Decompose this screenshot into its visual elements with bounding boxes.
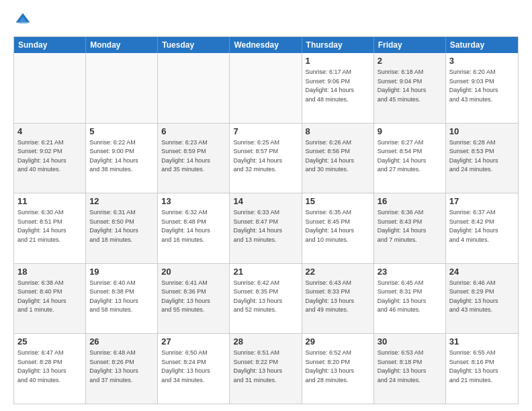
day-cell-18: 18Sunrise: 6:38 AMSunset: 8:40 PMDayligh… [14, 264, 86, 334]
day-info: Sunrise: 6:45 AMSunset: 8:31 PMDaylight:… [378, 279, 442, 315]
day-number: 8 [306, 126, 370, 136]
day-number: 13 [161, 196, 226, 206]
day-cell-8: 8Sunrise: 6:26 AMSunset: 8:56 PMDaylight… [302, 124, 374, 193]
day-info: Sunrise: 6:42 AMSunset: 8:35 PMDaylight:… [233, 279, 298, 315]
day-cell-22: 22Sunrise: 6:43 AMSunset: 8:33 PMDayligh… [302, 264, 374, 334]
day-info: Sunrise: 6:53 AMSunset: 8:18 PMDaylight:… [378, 349, 442, 385]
day-number: 26 [89, 336, 154, 347]
header-day-saturday: Saturday [446, 37, 518, 53]
empty-cell-0-2 [158, 53, 230, 123]
calendar-body: 1Sunrise: 6:17 AMSunset: 9:06 PMDaylight… [14, 53, 518, 404]
day-number: 12 [89, 196, 154, 206]
day-number: 22 [306, 267, 370, 277]
day-info: Sunrise: 6:36 AMSunset: 8:43 PMDaylight:… [378, 208, 442, 244]
day-cell-1: 1Sunrise: 6:17 AMSunset: 9:06 PMDaylight… [302, 53, 374, 123]
day-number: 4 [17, 126, 82, 136]
day-number: 27 [161, 336, 226, 347]
day-cell-12: 12Sunrise: 6:31 AMSunset: 8:50 PMDayligh… [86, 193, 158, 263]
day-cell-14: 14Sunrise: 6:33 AMSunset: 8:47 PMDayligh… [230, 193, 302, 263]
day-info: Sunrise: 6:46 AMSunset: 8:29 PMDaylight:… [449, 279, 515, 315]
day-cell-15: 15Sunrise: 6:35 AMSunset: 8:45 PMDayligh… [302, 193, 374, 263]
day-cell-29: 29Sunrise: 6:52 AMSunset: 8:20 PMDayligh… [302, 334, 374, 404]
day-cell-24: 24Sunrise: 6:46 AMSunset: 8:29 PMDayligh… [446, 264, 518, 334]
header-day-sunday: Sunday [14, 37, 86, 53]
day-cell-13: 13Sunrise: 6:32 AMSunset: 8:48 PMDayligh… [158, 193, 230, 263]
day-info: Sunrise: 6:51 AMSunset: 8:22 PMDaylight:… [233, 349, 298, 385]
day-cell-9: 9Sunrise: 6:27 AMSunset: 8:54 PMDaylight… [374, 124, 446, 193]
logo-icon [13, 11, 32, 30]
day-number: 19 [89, 267, 154, 277]
header-day-thursday: Thursday [302, 37, 374, 53]
day-number: 31 [449, 336, 515, 347]
day-number: 29 [306, 336, 370, 347]
day-info: Sunrise: 6:27 AMSunset: 8:54 PMDaylight:… [378, 138, 442, 175]
day-number: 30 [378, 336, 442, 347]
day-cell-2: 2Sunrise: 6:18 AMSunset: 9:04 PMDaylight… [374, 53, 446, 123]
day-number: 16 [378, 196, 442, 206]
day-info: Sunrise: 6:20 AMSunset: 9:03 PMDaylight:… [449, 68, 515, 104]
day-info: Sunrise: 6:55 AMSunset: 8:16 PMDaylight:… [449, 349, 515, 385]
day-number: 5 [89, 126, 154, 136]
day-number: 10 [449, 126, 515, 136]
week-row-4: 18Sunrise: 6:38 AMSunset: 8:40 PMDayligh… [14, 263, 518, 334]
week-row-3: 11Sunrise: 6:30 AMSunset: 8:51 PMDayligh… [14, 193, 518, 263]
day-number: 18 [17, 267, 82, 277]
calendar: SundayMondayTuesdayWednesdayThursdayFrid… [13, 36, 519, 404]
day-info: Sunrise: 6:40 AMSunset: 8:38 PMDaylight:… [89, 279, 154, 315]
day-info: Sunrise: 6:18 AMSunset: 9:04 PMDaylight:… [378, 68, 442, 104]
day-number: 14 [233, 196, 298, 206]
day-info: Sunrise: 6:41 AMSunset: 8:36 PMDaylight:… [161, 279, 226, 315]
day-number: 20 [161, 267, 226, 277]
day-info: Sunrise: 6:31 AMSunset: 8:50 PMDaylight:… [89, 208, 154, 244]
week-row-2: 4Sunrise: 6:21 AMSunset: 9:02 PMDaylight… [14, 123, 518, 193]
header-day-monday: Monday [86, 37, 158, 53]
day-cell-5: 5Sunrise: 6:22 AMSunset: 9:00 PMDaylight… [86, 124, 158, 193]
day-info: Sunrise: 6:50 AMSunset: 8:24 PMDaylight:… [161, 349, 226, 385]
page: SundayMondayTuesdayWednesdayThursdayFrid… [0, 0, 532, 411]
day-number: 7 [233, 126, 298, 136]
day-number: 17 [449, 196, 515, 206]
day-cell-3: 3Sunrise: 6:20 AMSunset: 9:03 PMDaylight… [446, 53, 518, 123]
day-number: 25 [17, 336, 82, 347]
day-info: Sunrise: 6:28 AMSunset: 8:53 PMDaylight:… [449, 138, 515, 175]
empty-cell-0-3 [230, 53, 302, 123]
day-info: Sunrise: 6:52 AMSunset: 8:20 PMDaylight:… [306, 349, 370, 385]
day-cell-20: 20Sunrise: 6:41 AMSunset: 8:36 PMDayligh… [158, 264, 230, 334]
day-info: Sunrise: 6:47 AMSunset: 8:28 PMDaylight:… [17, 349, 82, 385]
day-number: 21 [233, 267, 298, 277]
day-info: Sunrise: 6:17 AMSunset: 9:06 PMDaylight:… [306, 68, 370, 104]
day-number: 9 [378, 126, 442, 136]
header [13, 11, 519, 30]
header-day-friday: Friday [374, 37, 446, 53]
week-row-1: 1Sunrise: 6:17 AMSunset: 9:06 PMDaylight… [14, 53, 518, 123]
day-cell-26: 26Sunrise: 6:48 AMSunset: 8:26 PMDayligh… [86, 334, 158, 404]
day-number: 6 [161, 126, 226, 136]
day-info: Sunrise: 6:37 AMSunset: 8:42 PMDaylight:… [449, 208, 515, 244]
day-cell-11: 11Sunrise: 6:30 AMSunset: 8:51 PMDayligh… [14, 193, 86, 263]
day-info: Sunrise: 6:33 AMSunset: 8:47 PMDaylight:… [233, 208, 298, 244]
day-number: 3 [449, 56, 515, 66]
day-info: Sunrise: 6:32 AMSunset: 8:48 PMDaylight:… [161, 208, 226, 244]
day-info: Sunrise: 6:43 AMSunset: 8:33 PMDaylight:… [306, 279, 370, 315]
day-info: Sunrise: 6:26 AMSunset: 8:56 PMDaylight:… [306, 138, 370, 175]
day-info: Sunrise: 6:21 AMSunset: 9:02 PMDaylight:… [17, 138, 82, 175]
day-cell-31: 31Sunrise: 6:55 AMSunset: 8:16 PMDayligh… [446, 334, 518, 404]
day-cell-21: 21Sunrise: 6:42 AMSunset: 8:35 PMDayligh… [230, 264, 302, 334]
empty-cell-0-0 [14, 53, 86, 123]
day-info: Sunrise: 6:22 AMSunset: 9:00 PMDaylight:… [89, 138, 154, 175]
header-day-tuesday: Tuesday [158, 37, 230, 53]
day-cell-10: 10Sunrise: 6:28 AMSunset: 8:53 PMDayligh… [446, 124, 518, 193]
day-number: 15 [306, 196, 370, 206]
day-info: Sunrise: 6:25 AMSunset: 8:57 PMDaylight:… [233, 138, 298, 175]
day-cell-4: 4Sunrise: 6:21 AMSunset: 9:02 PMDaylight… [14, 124, 86, 193]
day-number: 24 [449, 267, 515, 277]
week-row-5: 25Sunrise: 6:47 AMSunset: 8:28 PMDayligh… [14, 333, 518, 404]
empty-cell-0-1 [86, 53, 158, 123]
day-cell-27: 27Sunrise: 6:50 AMSunset: 8:24 PMDayligh… [158, 334, 230, 404]
day-number: 2 [378, 56, 442, 66]
day-info: Sunrise: 6:48 AMSunset: 8:26 PMDaylight:… [89, 349, 154, 385]
logo [13, 11, 35, 30]
day-number: 11 [17, 196, 82, 206]
day-cell-17: 17Sunrise: 6:37 AMSunset: 8:42 PMDayligh… [446, 193, 518, 263]
calendar-header: SundayMondayTuesdayWednesdayThursdayFrid… [14, 37, 518, 53]
